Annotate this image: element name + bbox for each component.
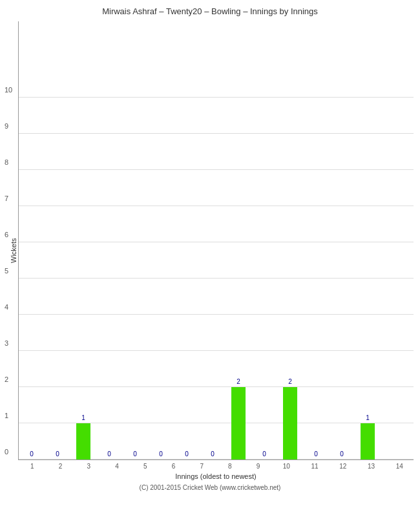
grid-line xyxy=(19,314,414,315)
bar-value-label: 0 xyxy=(25,450,39,458)
chart-inner: 01234567891000100000202001 1234567891011… xyxy=(18,21,414,480)
y-tick-label: 7 xyxy=(5,195,8,202)
x-tick-label: 5 xyxy=(131,463,160,470)
x-tick-label: 14 xyxy=(385,463,414,470)
x-tick-label: 9 xyxy=(244,463,273,470)
x-tick-label: 1 xyxy=(18,463,47,470)
bar-value-label: 0 xyxy=(205,450,220,458)
bar-value-label: 0 xyxy=(257,450,271,458)
y-tick-label: 8 xyxy=(5,158,8,166)
bar-value-label: 0 xyxy=(102,450,116,458)
grid-line xyxy=(19,169,414,170)
bar-value-label: 1 xyxy=(361,414,375,421)
y-tick-label: 5 xyxy=(5,267,8,275)
bar-value-label: 0 xyxy=(154,450,168,458)
y-tick-label: 1 xyxy=(5,412,8,419)
grid-line xyxy=(19,206,414,206)
y-tick-label: 10 xyxy=(5,86,12,94)
bar xyxy=(231,387,246,459)
x-tick-label: 2 xyxy=(47,463,75,470)
grid-line xyxy=(19,350,414,351)
bar-value-label: 0 xyxy=(180,450,194,458)
bar-value-label: 2 xyxy=(283,378,297,385)
plot-area: 01234567891000100000202001 xyxy=(18,21,414,460)
y-tick-label: 4 xyxy=(5,303,8,311)
x-tick-label: 6 xyxy=(160,463,188,470)
bar xyxy=(283,387,297,459)
x-tick-label: 7 xyxy=(187,463,216,470)
x-tick-label: 3 xyxy=(74,463,103,470)
grid-line xyxy=(19,278,414,279)
chart-container: Mirwais Ashraf – Twenty20 – Bowling – In… xyxy=(0,0,420,517)
chart-title: Mirwais Ashraf – Twenty20 – Bowling – In… xyxy=(102,6,318,16)
bar-value-label: 0 xyxy=(335,450,349,458)
x-tick-label: 8 xyxy=(216,463,244,470)
grid-line xyxy=(19,97,414,98)
y-tick-label: 2 xyxy=(5,375,8,383)
bar-value-label: 2 xyxy=(231,378,246,385)
chart-area: Wickets 01234567891000100000202001 12345… xyxy=(6,21,414,480)
bar-value-label: 0 xyxy=(309,450,323,458)
x-axis-title: Innings (oldest to newest) xyxy=(18,472,414,480)
y-tick-label: 6 xyxy=(5,231,8,238)
y-tick-label: 9 xyxy=(5,122,8,130)
grid-line xyxy=(19,386,414,387)
bar xyxy=(76,423,90,459)
grid-line xyxy=(19,242,414,242)
x-tick-label: 11 xyxy=(300,463,329,470)
x-tick-label: 4 xyxy=(103,463,131,470)
bar-value-label: 0 xyxy=(128,450,142,458)
bar xyxy=(361,423,375,459)
bar-value-label: 0 xyxy=(50,450,65,458)
x-tick-label: 10 xyxy=(272,463,300,470)
grid-line xyxy=(19,133,414,134)
y-tick-label: 0 xyxy=(5,448,8,456)
bar-value-label: 1 xyxy=(76,414,90,421)
y-tick-label: 3 xyxy=(5,339,8,347)
copyright: (C) 2001-2015 Cricket Web (www.cricketwe… xyxy=(140,484,281,491)
x-tick-label: 12 xyxy=(329,463,357,470)
x-tick-label: 13 xyxy=(357,463,386,470)
x-axis-labels: 1234567891011121314 xyxy=(18,463,414,470)
